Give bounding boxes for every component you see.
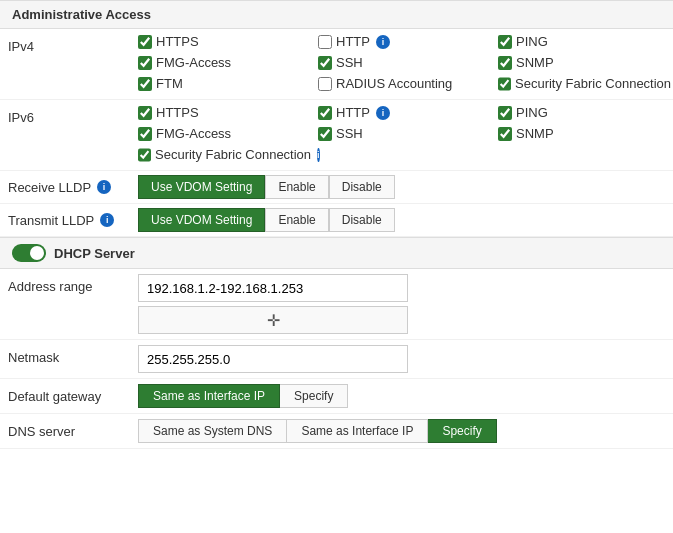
ipv6-https-item: HTTPS	[138, 105, 318, 120]
dhcp-toggle-slider	[12, 244, 46, 262]
ipv4-ftm-checkbox[interactable]	[138, 77, 152, 91]
receive-lldp-disable-button[interactable]: Disable	[329, 175, 395, 199]
receive-lldp-vdom-button[interactable]: Use VDOM Setting	[138, 175, 265, 199]
ipv4-fmg-label: FMG-Access	[156, 55, 231, 70]
ipv6-ssh-item: SSH	[318, 126, 498, 141]
ipv6-snmp-checkbox[interactable]	[498, 127, 512, 141]
ipv4-http-info-icon[interactable]: i	[376, 35, 390, 49]
dns-server-row: DNS server Same as System DNS Same as In…	[0, 414, 673, 449]
default-gateway-specify-button[interactable]: Specify	[280, 384, 348, 408]
ipv4-http-checkbox[interactable]	[318, 35, 332, 49]
ipv4-ping-label: PING	[516, 34, 548, 49]
ipv6-https-checkbox[interactable]	[138, 106, 152, 120]
ipv6-https-label: HTTPS	[156, 105, 199, 120]
dns-server-system-dns-button[interactable]: Same as System DNS	[138, 419, 287, 443]
ipv4-http-label: HTTP	[336, 34, 370, 49]
ipv6-fmg-checkbox[interactable]	[138, 127, 152, 141]
transmit-lldp-row: Transmit LLDP i Use VDOM Setting Enable …	[0, 204, 673, 237]
ipv4-secfab-item: Security Fabric Connection i	[498, 76, 673, 91]
ipv6-row: IPv6 HTTPS HTTP i PING FMG-Access	[0, 100, 673, 171]
ipv6-fmg-label: FMG-Access	[156, 126, 231, 141]
receive-lldp-row: Receive LLDP i Use VDOM Setting Enable D…	[0, 171, 673, 204]
ipv6-ssh-checkbox[interactable]	[318, 127, 332, 141]
ipv6-secfab-item: Security Fabric Connection i	[138, 147, 318, 162]
ipv6-checkbox-grid: HTTPS HTTP i PING FMG-Access SSH	[138, 105, 673, 165]
ipv4-https-checkbox[interactable]	[138, 35, 152, 49]
ipv4-radius-item: RADIUS Accounting	[318, 76, 498, 91]
ipv6-ping-checkbox[interactable]	[498, 106, 512, 120]
address-range-label: Address range	[8, 274, 138, 294]
transmit-lldp-info-icon[interactable]: i	[100, 213, 114, 227]
receive-lldp-label: Receive LLDP i	[8, 180, 138, 195]
ipv4-snmp-item: SNMP	[498, 55, 673, 70]
ipv6-http-checkbox[interactable]	[318, 106, 332, 120]
ipv6-label: IPv6	[8, 105, 138, 125]
dns-server-specify-button[interactable]: Specify	[428, 419, 496, 443]
ipv4-radius-checkbox[interactable]	[318, 77, 332, 91]
admin-access-header: Administrative Access	[0, 0, 673, 29]
default-gateway-options: Same as Interface IP Specify	[138, 384, 665, 408]
netmask-label: Netmask	[8, 345, 138, 365]
ipv4-ssh-item: SSH	[318, 55, 498, 70]
ipv6-http-label: HTTP	[336, 105, 370, 120]
ipv4-ssh-checkbox[interactable]	[318, 56, 332, 70]
ipv4-http-item: HTTP i	[318, 34, 498, 49]
ipv4-radius-label: RADIUS Accounting	[336, 76, 452, 91]
ipv4-secfab-checkbox[interactable]	[498, 77, 511, 91]
ipv6-ping-item: PING	[498, 105, 673, 120]
address-range-add-button[interactable]: ✛	[138, 306, 408, 334]
dhcp-server-header: DHCP Server	[0, 237, 673, 269]
ipv4-checkbox-grid: HTTPS HTTP i PING FMG-Access SSH	[138, 34, 673, 94]
ipv4-ping-item: PING	[498, 34, 673, 49]
ipv6-snmp-item: SNMP	[498, 126, 673, 141]
address-range-row: Address range ✛	[0, 269, 673, 340]
ipv4-label: IPv4	[8, 34, 138, 54]
receive-lldp-buttons: Use VDOM Setting Enable Disable	[138, 175, 395, 199]
netmask-input[interactable]	[138, 345, 408, 373]
ipv4-ping-checkbox[interactable]	[498, 35, 512, 49]
ipv4-ftm-label: FTM	[156, 76, 183, 91]
address-range-content: ✛	[138, 274, 665, 334]
ipv4-snmp-checkbox[interactable]	[498, 56, 512, 70]
ipv6-secfab-label: Security Fabric Connection	[155, 147, 311, 162]
ipv6-http-info-icon[interactable]: i	[376, 106, 390, 120]
receive-lldp-info-icon[interactable]: i	[97, 180, 111, 194]
ipv6-ping-label: PING	[516, 105, 548, 120]
ipv4-snmp-label: SNMP	[516, 55, 554, 70]
ipv4-ftm-item: FTM	[138, 76, 318, 91]
address-range-input[interactable]	[138, 274, 408, 302]
transmit-lldp-buttons: Use VDOM Setting Enable Disable	[138, 208, 395, 232]
ipv6-secfab-info-icon[interactable]: i	[317, 148, 320, 162]
transmit-lldp-vdom-button[interactable]: Use VDOM Setting	[138, 208, 265, 232]
ipv4-https-label: HTTPS	[156, 34, 199, 49]
ipv6-secfab-checkbox[interactable]	[138, 148, 151, 162]
dhcp-title: DHCP Server	[54, 246, 135, 261]
ipv4-row: IPv4 HTTPS HTTP i PING FMG-Access	[0, 29, 673, 100]
transmit-lldp-enable-button[interactable]: Enable	[265, 208, 328, 232]
ipv6-ssh-label: SSH	[336, 126, 363, 141]
dns-server-content: Same as System DNS Same as Interface IP …	[138, 419, 665, 443]
dns-server-label: DNS server	[8, 419, 138, 439]
ipv6-snmp-label: SNMP	[516, 126, 554, 141]
default-gateway-content: Same as Interface IP Specify	[138, 384, 665, 408]
netmask-content	[138, 345, 665, 373]
default-gateway-row: Default gateway Same as Interface IP Spe…	[0, 379, 673, 414]
dns-server-options: Same as System DNS Same as Interface IP …	[138, 419, 665, 443]
ipv4-fmg-checkbox[interactable]	[138, 56, 152, 70]
default-gateway-same-ip-button[interactable]: Same as Interface IP	[138, 384, 280, 408]
ipv6-checkboxes: HTTPS HTTP i PING FMG-Access SSH	[138, 105, 673, 165]
default-gateway-label: Default gateway	[8, 384, 138, 404]
transmit-lldp-disable-button[interactable]: Disable	[329, 208, 395, 232]
ipv4-fmg-item: FMG-Access	[138, 55, 318, 70]
transmit-lldp-label: Transmit LLDP i	[8, 213, 138, 228]
dhcp-toggle[interactable]	[12, 244, 46, 262]
ipv4-checkboxes: HTTPS HTTP i PING FMG-Access SSH	[138, 34, 673, 94]
ipv6-fmg-item: FMG-Access	[138, 126, 318, 141]
ipv4-ssh-label: SSH	[336, 55, 363, 70]
dns-server-interface-ip-button[interactable]: Same as Interface IP	[287, 419, 428, 443]
netmask-row: Netmask	[0, 340, 673, 379]
receive-lldp-enable-button[interactable]: Enable	[265, 175, 328, 199]
ipv4-https-item: HTTPS	[138, 34, 318, 49]
ipv4-secfab-label: Security Fabric Connection	[515, 76, 671, 91]
plus-icon: ✛	[267, 311, 280, 330]
